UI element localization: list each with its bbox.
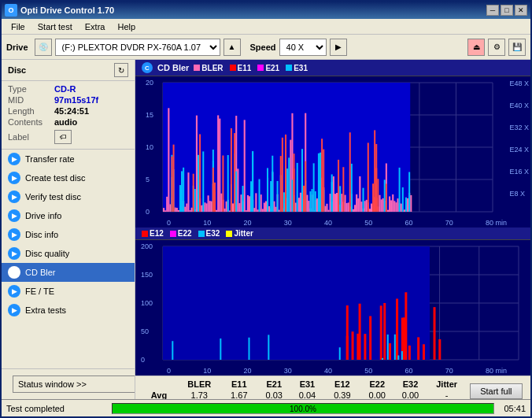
avg-jitter: - (427, 390, 467, 399)
col-header-e11: E11 (221, 379, 258, 390)
disc-contents-label: Contents (8, 117, 51, 127)
nav-item-transfer-rate[interactable]: ▶ Transfer rate (2, 150, 135, 168)
disc-title: Disc (8, 65, 26, 75)
disc-label-label: Label (8, 132, 51, 142)
eject-btn[interactable]: ⏏ (467, 39, 485, 56)
bottom-chart-canvas (135, 240, 530, 366)
disc-length-row: Length 45:24:51 (8, 106, 128, 116)
menu-help[interactable]: Help (111, 21, 142, 32)
drive-select[interactable]: (F:) PLEXTOR DVDR PX-760A 1.07 (55, 39, 220, 56)
chart-header: C CD Bler BLER E11 E21 (135, 60, 530, 76)
legend-e12: E12 (142, 229, 164, 238)
disc-quality-icon: ▶ (8, 247, 20, 260)
stats-section: BLER E11 E21 E31 E12 E22 E32 Jitter (140, 379, 467, 399)
disc-label-row: Label 🏷 (8, 128, 128, 146)
col-header-e32: E32 (393, 379, 427, 390)
nav-item-verify-test-disc[interactable]: ▶ Verify test disc (2, 187, 135, 206)
top-chart: E48 X E40 X E32 X E24 X E16 X E8 X (135, 76, 530, 218)
disc-label-icon-btn[interactable]: 🏷 (54, 130, 72, 144)
disc-mid-label: MID (8, 95, 51, 105)
minimize-button[interactable]: ─ (486, 5, 499, 16)
disc-type-row: Type CD-R (8, 84, 128, 94)
nav-item-label: Create test disc (25, 173, 85, 183)
main-window: O Opti Drive Control 1.70 ─ □ ✕ File Sta… (0, 0, 532, 418)
nav-item-drive-info[interactable]: ▶ Drive info (2, 206, 135, 225)
top-chart-canvas (135, 76, 530, 218)
disc-contents-value: audio (54, 117, 77, 127)
col-header-jitter: Jitter (427, 379, 467, 390)
legend-e11: E11 (230, 64, 252, 72)
title-bar: O Opti Drive Control 1.70 ─ □ ✕ (2, 2, 530, 19)
nav-item-label: Drive info (25, 211, 61, 220)
transfer-rate-icon: ▶ (8, 153, 20, 165)
stats-panel: BLER E11 E21 E31 E12 E22 E32 Jitter (135, 375, 530, 399)
main-area: Disc ↻ Type CD-R MID 97m15s17f Length 45… (2, 60, 530, 399)
nav-item-fe-te[interactable]: ▶ FE / TE (2, 282, 135, 301)
drive-up-btn[interactable]: ▲ (224, 39, 241, 56)
nav-item-label: CD Bler (25, 268, 56, 277)
title-buttons: ─ □ ✕ (486, 5, 527, 16)
nav-item-cd-bler[interactable]: ▶ CD Bler (2, 263, 135, 282)
disc-length-label: Length (8, 106, 51, 116)
chart-title: CD Bler (157, 63, 189, 72)
disc-mid-row: MID 97m15s17f (8, 95, 128, 105)
nav-item-disc-info[interactable]: ▶ Disc info (2, 225, 135, 244)
avg-label: Avg (140, 390, 178, 399)
nav-items: ▶ Transfer rate ▶ Create test disc ▶ Ver… (2, 150, 135, 368)
fe-te-icon: ▶ (8, 285, 20, 298)
charts-container: E48 X E40 X E32 X E24 X E16 X E8 X 0 10 … (135, 76, 530, 399)
extra-tests-icon: ▶ (8, 304, 20, 316)
jitter-color (226, 231, 232, 237)
nav-item-create-test-disc[interactable]: ▶ Create test disc (2, 168, 135, 187)
legend-jitter: Jitter (226, 229, 253, 238)
disc-info-grid: Type CD-R MID 97m15s17f Length 45:24:51 … (2, 81, 135, 150)
col-header-bler: BLER (178, 379, 220, 390)
start-full-button[interactable]: Start full (470, 383, 523, 399)
app-icon: O (5, 4, 17, 17)
legend-e32: E32 (198, 229, 220, 238)
legend-e21: E21 (257, 64, 279, 72)
avg-e21: 0.03 (257, 390, 290, 399)
bler-color (194, 65, 200, 71)
disc-refresh-btn[interactable]: ↻ (114, 63, 128, 77)
legend-bler: BLER (194, 64, 223, 72)
status-bar: Test completed 100.0% 05:41 (2, 399, 530, 416)
avg-e12: 0.39 (324, 390, 361, 399)
maximize-button[interactable]: □ (501, 5, 513, 16)
disc-length-value: 45:24:51 (54, 106, 89, 116)
elapsed-time: 05:41 (497, 404, 526, 413)
nav-item-label: FE / TE (25, 287, 54, 296)
verify-test-disc-icon: ▶ (8, 191, 20, 203)
avg-e11: 1.67 (221, 390, 258, 399)
x-axis-bottom: 0 10 20 30 40 50 60 70 80 min (135, 366, 530, 375)
nav-item-disc-quality[interactable]: ▶ Disc quality (2, 244, 135, 263)
window-title: Opti Drive Control 1.70 (20, 6, 483, 15)
col-header-e21: E21 (257, 379, 290, 390)
status-window-button[interactable]: Status window >> (13, 375, 135, 393)
drive-icon-btn[interactable]: 💿 (35, 39, 52, 56)
avg-bler: 1.73 (178, 390, 220, 399)
stats-row-avg: Avg 1.73 1.67 0.03 0.04 0.39 0.00 0.00 - (140, 390, 467, 399)
sidebar: Disc ↻ Type CD-R MID 97m15s17f Length 45… (2, 60, 135, 399)
toolbar: Drive 💿 (F:) PLEXTOR DVDR PX-760A 1.07 ▲… (2, 35, 530, 60)
cd-bler-icon: ▶ (8, 266, 20, 279)
menu-file[interactable]: File (5, 21, 31, 32)
e22-color (170, 231, 176, 237)
drive-label: Drive (6, 43, 28, 52)
nav-item-label: Transfer rate (25, 154, 75, 164)
legend-e22: E22 (170, 229, 192, 238)
settings-btn[interactable]: ⚙ (488, 39, 505, 56)
menu-extra[interactable]: Extra (79, 21, 112, 32)
save-btn[interactable]: 💾 (508, 39, 526, 56)
menu-start-test[interactable]: Start test (31, 21, 79, 32)
speed-label: Speed (250, 43, 276, 52)
close-button[interactable]: ✕ (515, 5, 527, 16)
nav-item-extra-tests[interactable]: ▶ Extra tests (2, 301, 135, 320)
speed-select[interactable]: 40 X (279, 39, 327, 56)
stats-table: BLER E11 E21 E31 E12 E22 E32 Jitter (140, 379, 467, 399)
col-header-e22: E22 (360, 379, 393, 390)
speed-right-btn[interactable]: ▶ (330, 39, 347, 56)
e11-color (230, 65, 236, 71)
y-axis-right-top: E48 X E40 X E32 X E24 X E16 X E8 X (509, 80, 529, 198)
disc-header: Disc ↻ (2, 60, 135, 81)
